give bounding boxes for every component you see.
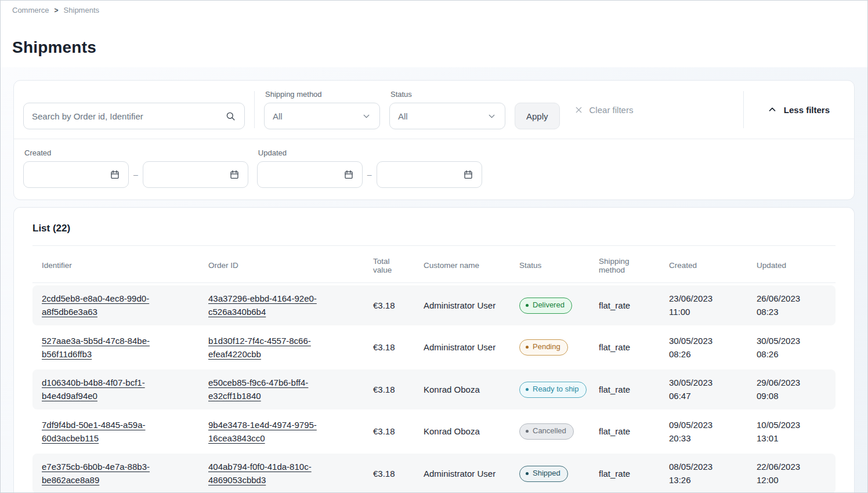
apply-button[interactable]: Apply bbox=[515, 103, 560, 129]
shipping-method-select[interactable]: All bbox=[264, 103, 380, 129]
order-id-link[interactable]: 9b4e3478-1e4d-4974-9795-16cea3843cc0 bbox=[208, 420, 317, 443]
identifier-link[interactable]: 527aae3a-5b5d-47c8-84be-b56f11d6ffb3 bbox=[42, 336, 150, 359]
col-identifier[interactable]: Identifier bbox=[32, 248, 199, 283]
col-order-id[interactable]: Order ID bbox=[199, 248, 364, 283]
status-cell: Pending bbox=[510, 328, 589, 368]
created-to-input[interactable] bbox=[143, 161, 248, 188]
status-label: Status bbox=[390, 90, 505, 99]
identifier-link[interactable]: d106340b-b4b8-4f07-bcf1-b4e4d9af94e0 bbox=[42, 378, 145, 401]
page-content: Shipping method All Status All bbox=[1, 67, 867, 492]
page-title: Shipments bbox=[12, 38, 867, 57]
status-cell: Delivered bbox=[510, 285, 589, 325]
app-window: Commerce > Shipments Shipments S bbox=[0, 0, 868, 493]
identifier-link[interactable]: 2cdd5eb8-e8a0-4ec8-99d0-a8f5db6e3a63 bbox=[42, 293, 149, 317]
identifier-link[interactable]: e7e375cb-6b0b-4e7a-88b3-be862ace8a89 bbox=[42, 462, 150, 485]
updated-time: 09:08 bbox=[757, 389, 827, 403]
col-updated[interactable]: Updated bbox=[747, 248, 836, 283]
status-select[interactable]: All bbox=[389, 103, 505, 129]
col-total-value[interactable]: Total value bbox=[364, 248, 414, 283]
status-badge: Pending bbox=[519, 339, 568, 356]
breadcrumb: Commerce > Shipments bbox=[12, 6, 867, 14]
updated-to-input[interactable] bbox=[377, 161, 482, 188]
status-dot-icon bbox=[526, 388, 529, 391]
shipments-table-body: 2cdd5eb8-e8a0-4ec8-99d0-a8f5db6e3a63 43a… bbox=[32, 285, 836, 492]
table-row: 2cdd5eb8-e8a0-4ec8-99d0-a8f5db6e3a63 43a… bbox=[32, 285, 836, 325]
status-badge: Delivered bbox=[519, 298, 572, 314]
updated-cell: 10/05/2023 13:01 bbox=[747, 412, 836, 452]
order-id-link[interactable]: b1d30f12-7f4c-4557-8c66-efeaf4220cbb bbox=[208, 336, 311, 359]
customer-name-cell: Administrator User bbox=[414, 328, 510, 368]
breadcrumb-shipments[interactable]: Shipments bbox=[64, 6, 99, 14]
updated-time: 13:01 bbox=[757, 432, 827, 445]
updated-to-field[interactable] bbox=[385, 170, 455, 180]
created-cell: 23/06/2023 11:00 bbox=[660, 285, 747, 325]
updated-from-field[interactable] bbox=[266, 170, 335, 180]
search-input[interactable] bbox=[32, 111, 206, 121]
identifier-cell: 2cdd5eb8-e8a0-4ec8-99d0-a8f5db6e3a63 bbox=[32, 285, 199, 325]
order-id-cell: 404ab794-f0f0-41da-810c-4869053cbbd3 bbox=[199, 454, 364, 492]
search-input-wrapper bbox=[23, 103, 245, 129]
col-status[interactable]: Status bbox=[510, 248, 589, 283]
status-filter: Status All bbox=[389, 90, 505, 129]
created-date: 23/06/2023 bbox=[669, 292, 739, 305]
total-value-cell: €3.18 bbox=[364, 328, 414, 368]
order-id-link[interactable]: 43a37296-ebbd-4164-92e0-c526a340b6b4 bbox=[208, 293, 317, 317]
col-created[interactable]: Created bbox=[660, 248, 747, 283]
less-filters-toggle[interactable]: Less filters bbox=[767, 96, 830, 123]
created-from-field[interactable] bbox=[32, 170, 102, 180]
total-value-cell: €3.18 bbox=[364, 285, 414, 325]
chevron-up-icon bbox=[767, 104, 777, 115]
clear-filters-button[interactable]: Clear filters bbox=[574, 96, 634, 123]
status-dot-icon bbox=[526, 304, 529, 307]
order-id-cell: b1d30f12-7f4c-4557-8c66-efeaf4220cbb bbox=[199, 328, 364, 368]
chevron-down-icon bbox=[487, 111, 497, 121]
status-badge-label: Cancelled bbox=[533, 426, 566, 436]
status-cell: Shipped bbox=[510, 454, 589, 492]
status-cell: Ready to ship bbox=[510, 369, 589, 409]
total-value-cell: €3.18 bbox=[364, 369, 414, 409]
topbar: Commerce > Shipments bbox=[1, 1, 867, 14]
created-date: 30/05/2023 bbox=[669, 334, 739, 347]
calendar-icon bbox=[343, 169, 354, 180]
order-id-link[interactable]: 404ab794-f0f0-41da-810c-4869053cbbd3 bbox=[208, 462, 312, 485]
date-range-separator: – bbox=[367, 170, 372, 179]
updated-cell: 29/06/2023 09:08 bbox=[747, 369, 836, 409]
total-value-cell: €3.18 bbox=[364, 454, 414, 492]
search-icon bbox=[225, 111, 236, 122]
table-row: e7e375cb-6b0b-4e7a-88b3-be862ace8a89 404… bbox=[32, 454, 836, 492]
filter-divider bbox=[254, 91, 255, 128]
updated-time: 12:00 bbox=[757, 473, 827, 487]
created-cell: 30/05/2023 06:47 bbox=[660, 369, 747, 409]
customer-name-cell: Administrator User bbox=[414, 454, 510, 492]
updated-time: 08:26 bbox=[757, 347, 827, 361]
updated-date: 22/06/2023 bbox=[757, 460, 827, 473]
table-row: 7df9f4bd-50e1-4845-a59a-60d3acbeb115 9b4… bbox=[32, 412, 836, 452]
status-badge-label: Delivered bbox=[533, 300, 565, 310]
created-time: 06:47 bbox=[669, 389, 739, 403]
list-panel: List (22) Identifier Order ID Total valu… bbox=[13, 207, 855, 492]
customer-name-cell: Konrad Oboza bbox=[414, 412, 510, 452]
created-cell: 09/05/2023 20:33 bbox=[660, 412, 747, 452]
col-customer-name[interactable]: Customer name bbox=[414, 248, 510, 283]
status-badge: Ready to ship bbox=[519, 382, 587, 398]
created-from-input[interactable] bbox=[23, 161, 129, 188]
shipments-table: Identifier Order ID Total value Customer… bbox=[32, 246, 836, 492]
created-to-field[interactable] bbox=[151, 170, 221, 180]
created-filter-label: Created bbox=[24, 148, 248, 157]
close-icon bbox=[574, 105, 584, 115]
breadcrumb-commerce[interactable]: Commerce bbox=[12, 6, 49, 14]
updated-date: 10/05/2023 bbox=[757, 418, 827, 432]
order-id-link[interactable]: e50ceb85-f9c6-47b6-bff4-e32cff1b1840 bbox=[208, 378, 308, 401]
col-shipping-method[interactable]: Shipping method bbox=[589, 248, 660, 283]
customer-name-cell: Konrad Oboza bbox=[414, 369, 510, 409]
table-header-row: Identifier Order ID Total value Customer… bbox=[32, 248, 836, 283]
updated-from-input[interactable] bbox=[257, 161, 363, 188]
identifier-link[interactable]: 7df9f4bd-50e1-4845-a59a-60d3acbeb115 bbox=[42, 420, 145, 443]
identifier-cell: d106340b-b4b8-4f07-bcf1-b4e4d9af94e0 bbox=[32, 369, 199, 409]
updated-date: 29/06/2023 bbox=[757, 376, 827, 389]
total-value-cell: €3.18 bbox=[364, 412, 414, 452]
less-filters-label: Less filters bbox=[784, 105, 830, 115]
created-date-filter: Created – bbox=[23, 148, 248, 188]
shipping-method-cell: flat_rate bbox=[589, 328, 660, 368]
identifier-cell: 527aae3a-5b5d-47c8-84be-b56f11d6ffb3 bbox=[32, 328, 199, 368]
